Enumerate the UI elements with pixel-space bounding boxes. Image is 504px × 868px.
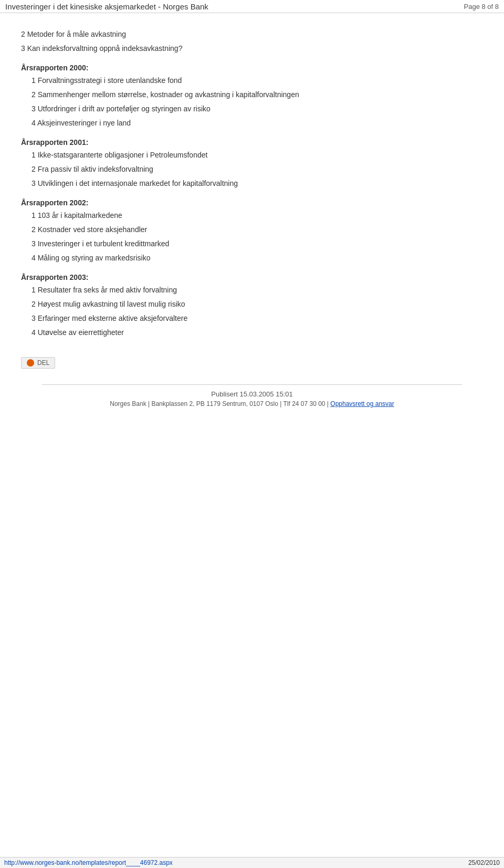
intro-line-2: 3 Kan indeksforvaltning oppnå indeksavka…: [21, 43, 483, 54]
del-button[interactable]: DEL: [21, 357, 55, 369]
ar2003-item-4: 4 Utøvelse av eierrettigheter: [21, 327, 483, 338]
ar2000-item-3: 3 Utfordringer i drift av porteføljer og…: [21, 103, 483, 114]
ar2003-item-1: 1 Resultater fra seks år med aktiv forva…: [21, 285, 483, 296]
footer-published: Publisert 15.03.2005 15:01: [42, 390, 462, 398]
page-title-header: Investeringer i det kinesiske aksjemarke…: [5, 2, 208, 11]
arsrapporten-2003-heading: Årsrapporten 2003:: [21, 273, 483, 281]
ar2000-item-4: 4 Aksjeinvesteringer i nye land: [21, 118, 483, 129]
arsrapporten-2002-heading: Årsrapporten 2002:: [21, 198, 483, 207]
arsrapporten-2001-heading: Årsrapporten 2001:: [21, 138, 483, 147]
ar2002-item-3: 3 Investeringer i et turbulent kredittma…: [21, 238, 483, 249]
footer-info: Norges Bank | Bankplassen 2, PB 1179 Sen…: [42, 400, 462, 407]
intro-line-1: 2 Metoder for å måle avkastning: [21, 29, 483, 40]
ar2001-item-1: 1 Ikke-statsgaranterte obligasjoner i Pe…: [21, 150, 483, 161]
arsrapporten-2000-heading: Årsrapporten 2000:: [21, 64, 483, 72]
footer-info-text: Norges Bank | Bankplassen 2, PB 1179 Sen…: [110, 400, 329, 407]
ar2002-item-4: 4 Måling og styring av markedsrisiko: [21, 253, 483, 264]
del-button-label: DEL: [37, 359, 49, 367]
footer-area: Publisert 15.03.2005 15:01 Norges Bank |…: [42, 384, 462, 410]
ar2000-item-2: 2 Sammenhenger mellom størrelse, kostnad…: [21, 89, 483, 100]
ar2000-item-1: 1 Forvaltningsstrategi i store utenlands…: [21, 75, 483, 86]
page-info: Page 8 of 8: [464, 3, 499, 11]
ar2003-item-2: 2 Høyest mulig avkastning til lavest mul…: [21, 299, 483, 310]
ar2001-item-3: 3 Utviklingen i det internasjonale marke…: [21, 178, 483, 189]
ar2003-item-3: 3 Erfaringer med eksterne aktive aksjefo…: [21, 313, 483, 324]
footer-link[interactable]: Opphavsrett og ansvar: [330, 400, 394, 407]
top-bar: Investeringer i det kinesiske aksjemarke…: [0, 0, 504, 13]
ar2002-item-2: 2 Kostnader ved store aksjehandler: [21, 224, 483, 235]
main-content: 2 Metoder for å måle avkastning 3 Kan in…: [0, 13, 504, 421]
ar2001-item-2: 2 Fra passiv til aktiv indeksforvaltning: [21, 164, 483, 175]
del-icon: [27, 359, 34, 367]
ar2002-item-1: 1 103 år i kapitalmarkedene: [21, 210, 483, 221]
